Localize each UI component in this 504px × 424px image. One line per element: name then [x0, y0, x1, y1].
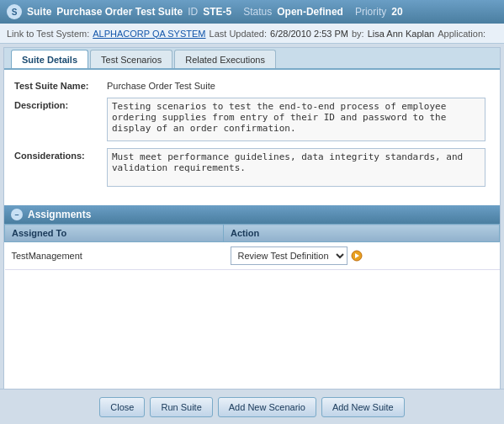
info-bar: Link to Test System: ALPHACORP QA SYSTEM…	[0, 24, 504, 44]
assignments-title: Assignments	[28, 209, 91, 220]
considerations-label: Considerations:	[14, 148, 107, 161]
col-action: Action	[224, 225, 500, 242]
priority-label: Priority	[355, 6, 386, 18]
go-icon[interactable]	[350, 249, 363, 262]
action-dropdown-group: Review Test Definition	[231, 246, 493, 265]
add-new-suite-button[interactable]: Add New Suite	[321, 397, 405, 417]
by-label: by:	[352, 29, 364, 39]
assignments-table: Assigned To Action TestManagement Review…	[4, 224, 500, 270]
suite-name: Purchase Order Test Suite	[56, 6, 183, 18]
name-row: Test Suite Name: Purchase Order Test Sui…	[14, 78, 490, 91]
assignments-icon: –	[11, 209, 23, 220]
name-value: Purchase Order Test Suite	[107, 78, 215, 91]
entity-type: Suite	[27, 6, 51, 18]
tab-suite-details[interactable]: Suite Details	[11, 50, 88, 68]
main-content: Suite Details Test Scenarios Related Exe…	[3, 47, 501, 399]
considerations-row: Considerations:	[14, 148, 490, 187]
link-label: Link to Test System:	[7, 29, 89, 39]
desc-row: Description:	[14, 98, 490, 141]
close-button[interactable]: Close	[99, 397, 145, 417]
desc-textarea[interactable]	[107, 98, 485, 141]
col-assigned-to: Assigned To	[5, 225, 224, 242]
add-new-scenario-button[interactable]: Add New Scenario	[218, 397, 316, 417]
id-value: STE-5	[203, 6, 231, 18]
priority-value: 20	[391, 6, 402, 18]
footer-area: Close Run Suite Add New Scenario Add New…	[0, 389, 504, 424]
status-value: Open-Defined	[277, 6, 343, 18]
action-cell: Review Test Definition	[224, 242, 500, 270]
action-select[interactable]: Review Test Definition	[231, 246, 347, 265]
header-bar: S Suite Purchase Order Test Suite ID STE…	[0, 0, 504, 24]
name-label: Test Suite Name:	[14, 78, 107, 91]
assigned-to-cell: TestManagement	[5, 242, 224, 270]
desc-label: Description:	[14, 98, 107, 110]
id-label: ID	[188, 6, 198, 18]
run-suite-button[interactable]: Run Suite	[150, 397, 212, 417]
tab-test-scenarios[interactable]: Test Scenarios	[90, 50, 172, 68]
considerations-textarea[interactable]	[107, 148, 485, 187]
system-link[interactable]: ALPHACORP QA SYSTEM	[93, 29, 205, 39]
tab-related-executions[interactable]: Related Executions	[174, 50, 276, 68]
by-name: Lisa Ann Kaplan	[368, 29, 435, 39]
app-label: Application:	[438, 29, 485, 39]
suite-icon: S	[7, 4, 22, 19]
updated-label: Last Updated:	[210, 29, 268, 39]
status-label: Status	[243, 6, 272, 18]
tab-bar: Suite Details Test Scenarios Related Exe…	[4, 48, 500, 70]
assignments-section-header: – Assignments	[4, 205, 500, 224]
updated-date: 6/28/2010 2:53 PM	[270, 29, 348, 39]
table-row: TestManagement Review Test Definition	[5, 242, 500, 270]
form-area: Test Suite Name: Purchase Order Test Sui…	[4, 70, 500, 202]
